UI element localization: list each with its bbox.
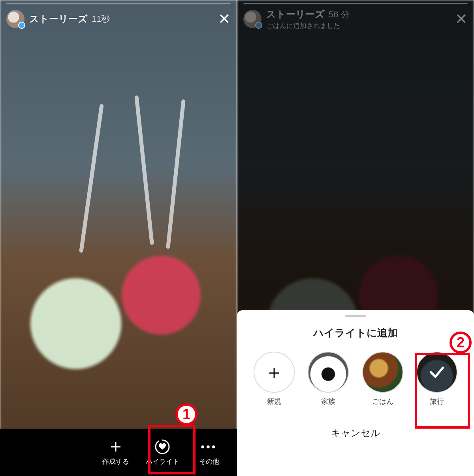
highlight-label: 家族 bbox=[321, 397, 335, 406]
story-header-dimmed: ストーリーズ 56 分 ごはんに追加されました ✕ bbox=[237, 7, 474, 31]
plus-icon bbox=[108, 439, 124, 455]
highlight-item-food[interactable]: ごはん bbox=[359, 352, 406, 406]
highlight-new-label: 新規 bbox=[267, 397, 281, 406]
highlight-label: ごはん bbox=[372, 397, 393, 406]
close-icon[interactable]: ✕ bbox=[455, 11, 468, 26]
annotation-number-1: 1 bbox=[175, 403, 198, 425]
story-photo bbox=[0, 0, 237, 476]
story-title: ストーリーズ bbox=[29, 13, 88, 25]
story-title: ストーリーズ bbox=[266, 8, 325, 21]
add-badge-icon bbox=[18, 22, 25, 29]
story-progress-bar bbox=[243, 3, 468, 4]
highlight-item-family[interactable]: 家族 bbox=[305, 352, 352, 406]
create-button[interactable]: 作成する bbox=[92, 429, 139, 476]
story-elapsed: 11秒 bbox=[92, 13, 110, 25]
annotation-number-2: 2 bbox=[450, 332, 472, 354]
more-dots-icon: ••• bbox=[201, 439, 217, 455]
story-progress-bar[interactable] bbox=[6, 3, 231, 4]
highlight-new-button[interactable]: ＋ 新規 bbox=[250, 352, 298, 406]
more-label: その他 bbox=[199, 457, 219, 466]
avatar[interactable] bbox=[6, 10, 24, 28]
new-circle: ＋ bbox=[254, 352, 295, 393]
annotation-box-1 bbox=[148, 425, 196, 474]
highlight-thumb bbox=[362, 352, 403, 393]
screenshot-step-1: ストーリーズ 11秒 ✕ 作成する ハイライト bbox=[0, 0, 237, 476]
tutorial-composite: ストーリーズ 11秒 ✕ 作成する ハイライト bbox=[0, 0, 474, 476]
avatar bbox=[243, 10, 261, 28]
highlight-thumb bbox=[308, 352, 349, 393]
add-badge-icon bbox=[255, 22, 262, 29]
story-bottom-toolbar: 作成する ハイライト ••• その他 bbox=[0, 429, 237, 476]
create-label: 作成する bbox=[102, 457, 129, 466]
close-icon[interactable]: ✕ bbox=[218, 11, 231, 26]
story-elapsed: 56 分 bbox=[329, 9, 350, 21]
annotation-box-2 bbox=[415, 353, 470, 429]
sheet-title: ハイライトに追加 bbox=[237, 326, 474, 340]
screenshot-step-2: ストーリーズ 56 分 ごはんに追加されました ✕ ハイライトに追加 ＋ 新規 … bbox=[237, 0, 474, 476]
story-subtitle: ごはんに追加されました bbox=[266, 21, 350, 30]
story-header: ストーリーズ 11秒 ✕ bbox=[0, 7, 237, 31]
plus-icon: ＋ bbox=[265, 363, 284, 382]
sheet-drag-handle[interactable] bbox=[345, 315, 366, 317]
